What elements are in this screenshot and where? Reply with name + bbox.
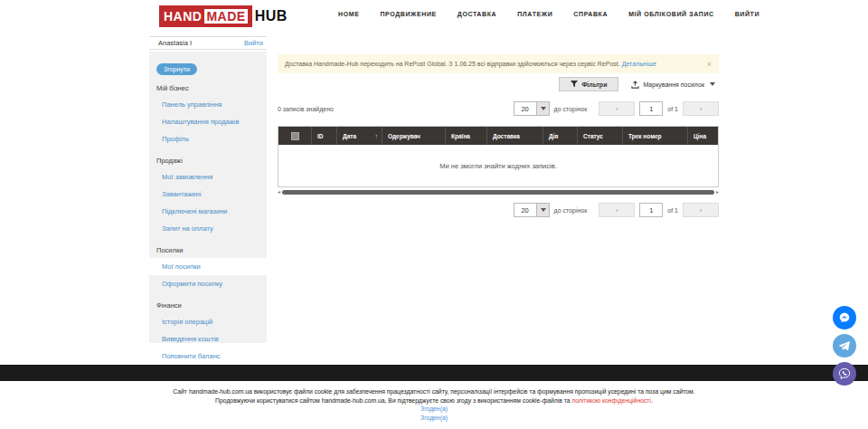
cookie-line2: Продовжуючи користуватися сайтом handmad… bbox=[0, 396, 868, 405]
messenger-icon[interactable] bbox=[833, 306, 856, 329]
filters-label: Фільтри bbox=[581, 81, 607, 88]
col-date[interactable]: Дата↑ bbox=[336, 127, 382, 145]
horizontal-scrollbar: ◂ ▸ bbox=[278, 189, 719, 195]
sidebar-item-create-parcel[interactable]: Оформити посилку bbox=[149, 275, 267, 292]
prev-page-button[interactable]: ‹ bbox=[599, 101, 635, 116]
page-input-bottom[interactable]: 1 bbox=[639, 203, 663, 217]
banner-details-link[interactable]: Детальніше bbox=[622, 61, 656, 67]
per-page-label-bottom: до сторінок bbox=[554, 207, 588, 214]
cookie-line2-text: Продовжуючи користуватися сайтом handmad… bbox=[215, 397, 571, 404]
sidebar-item-profile[interactable]: Профіль bbox=[149, 130, 267, 148]
col-id[interactable]: ID bbox=[311, 127, 336, 145]
agree-link-1[interactable]: Згоден(а) bbox=[420, 405, 448, 412]
per-page-value-bottom: 20 bbox=[514, 204, 536, 216]
col-status[interactable]: Статус bbox=[577, 127, 622, 145]
empty-message: Ми не змогли знайти жодних записів. bbox=[439, 162, 556, 170]
sidebar-section-parcels: Посилки bbox=[149, 237, 267, 258]
sidebar-item-sales-settings[interactable]: Налаштування продажів bbox=[149, 113, 267, 130]
close-icon[interactable]: × bbox=[707, 60, 712, 69]
per-page-value: 20 bbox=[514, 102, 536, 115]
nav-my-account[interactable]: МІЙ ОБЛІКОВИЙ ЗАПИС bbox=[628, 11, 714, 17]
table-body: Ми не змогли знайти жодних записів. bbox=[278, 145, 718, 186]
pagination-top: 20 до сторінок ‹ 1 of 1 › bbox=[514, 101, 719, 116]
nav-home[interactable]: HOME bbox=[338, 11, 359, 17]
main-nav: HOME ПРОДВИЖЕНИЕ ДОСТАВКА ПЛАТЕЖИ СПРАВК… bbox=[338, 11, 760, 17]
sidebar-item-my-parcels[interactable]: Мої посилки bbox=[149, 258, 267, 275]
results-row-top: 0 записів знайдено 20 до сторінок ‹ 1 of… bbox=[278, 101, 719, 116]
sidebar-item-top-up[interactable]: Поповнити баланс bbox=[149, 348, 267, 365]
nav-promotion[interactable]: ПРОДВИЖЕНИЕ bbox=[380, 11, 436, 17]
col-date-label: Дата bbox=[343, 133, 356, 139]
logo-hub: HUB bbox=[255, 8, 288, 24]
scroll-left-icon[interactable]: ◂ bbox=[278, 189, 280, 195]
sidebar-section-sales: Продажі bbox=[149, 148, 267, 168]
marking-label: Маркування посилок bbox=[643, 81, 704, 88]
cookie-line1: Сайт handmade-hub.com.ua використовує фа… bbox=[0, 387, 868, 396]
col-country[interactable]: Країна bbox=[445, 127, 486, 145]
next-page-button-bottom[interactable]: › bbox=[683, 203, 719, 217]
page: HANDMADE HUB HOME ПРОДВИЖЕНИЕ ДОСТАВКА П… bbox=[0, 0, 868, 429]
nav-logout[interactable]: ВИЙТИ bbox=[735, 11, 760, 17]
cookie-line2-period: . bbox=[651, 397, 653, 404]
page-input[interactable]: 1 bbox=[639, 101, 663, 116]
sidebar-item-my-orders[interactable]: Мої замовлення bbox=[149, 168, 267, 186]
col-price[interactable]: Ціна bbox=[687, 127, 718, 145]
logo-made: MADE bbox=[204, 9, 247, 24]
page-of-label-bottom: of 1 bbox=[667, 207, 678, 214]
select-arrow-icon bbox=[536, 102, 549, 115]
logo-red-box: HANDMADE bbox=[159, 5, 252, 27]
floating-social-buttons bbox=[833, 306, 856, 390]
privacy-policy-link[interactable]: політикою конфіденційності bbox=[572, 397, 651, 404]
user-row: Anastasia I Вийти bbox=[149, 36, 267, 50]
parcels-table: ID Дата↑ Одержувач Країна Доставка Дія С… bbox=[278, 126, 719, 187]
repost-notice-banner: Доставка Handmade-Hub переходить на RePo… bbox=[278, 54, 719, 73]
sidebar-item-payment-request[interactable]: Запит на оплату bbox=[149, 220, 267, 237]
pagination-bottom: 20 до сторінок ‹ 1 of 1 › bbox=[514, 203, 719, 217]
parcel-marking-button[interactable]: Маркування посилок bbox=[627, 78, 719, 91]
footer-divider-bar bbox=[0, 365, 868, 381]
sidebar-section-my-business: Мій бізнес bbox=[149, 75, 267, 96]
viber-icon[interactable] bbox=[833, 362, 856, 386]
logout-link[interactable]: Вийти bbox=[244, 39, 263, 47]
sidebar-item-withdraw[interactable]: Виведення коштів bbox=[149, 330, 267, 348]
per-page-label: до сторінок bbox=[554, 106, 588, 112]
sidebar: Згорнути Мій бізнес Панель управління На… bbox=[149, 52, 267, 343]
agree-link-2[interactable]: Згоден(а) bbox=[420, 415, 448, 421]
results-row-bottom: 20 до сторінок ‹ 1 of 1 › bbox=[278, 203, 719, 217]
handmade-hub-logo[interactable]: HANDMADE HUB bbox=[159, 5, 288, 27]
col-delivery[interactable]: Доставка bbox=[486, 127, 542, 145]
nav-payments[interactable]: ПЛАТЕЖИ bbox=[517, 11, 552, 17]
collapse-button[interactable]: Згорнути bbox=[156, 63, 197, 75]
select-arrow-icon-bottom bbox=[536, 204, 549, 216]
nav-help[interactable]: СПРАВКА bbox=[573, 11, 608, 17]
chevron-down-icon bbox=[710, 82, 715, 86]
toolbar: Фільтри Маркування посилок bbox=[559, 77, 719, 91]
upload-icon bbox=[631, 81, 639, 89]
col-recipient[interactable]: Одержувач bbox=[382, 127, 445, 145]
select-all-cell bbox=[278, 127, 311, 145]
sidebar-item-dashboard[interactable]: Панель управління bbox=[149, 96, 267, 113]
per-page-select[interactable]: 20 bbox=[514, 101, 550, 116]
table-header: ID Дата↑ Одержувач Країна Доставка Дія С… bbox=[278, 127, 718, 145]
next-page-button[interactable]: › bbox=[683, 101, 719, 116]
col-action[interactable]: Дія bbox=[542, 127, 577, 145]
sidebar-item-connected-shops[interactable]: Підключені магазини bbox=[149, 203, 267, 220]
prev-page-button-bottom[interactable]: ‹ bbox=[599, 203, 635, 217]
per-page-select-bottom[interactable]: 20 bbox=[514, 203, 550, 217]
sidebar-item-uploaded[interactable]: Завантажені bbox=[149, 186, 267, 203]
telegram-icon[interactable] bbox=[833, 334, 856, 358]
select-all-checkbox[interactable] bbox=[291, 132, 299, 140]
page-of-label: of 1 bbox=[667, 106, 678, 112]
top-header: HANDMADE HUB HOME ПРОДВИЖЕНИЕ ДОСТАВКА П… bbox=[0, 0, 868, 34]
sidebar-item-operations-history[interactable]: Історія операцій bbox=[149, 313, 267, 330]
scroll-right-icon[interactable]: ▸ bbox=[716, 189, 719, 195]
sort-asc-icon: ↑ bbox=[375, 133, 379, 139]
user-name: Anastasia I bbox=[158, 39, 192, 47]
logo-hand: HAND bbox=[164, 9, 204, 24]
cookie-footer: Сайт handmade-hub.com.ua використовує фа… bbox=[0, 387, 868, 422]
scrollbar-thumb[interactable] bbox=[282, 190, 714, 195]
sidebar-section-finance: Фінанси bbox=[149, 292, 267, 313]
nav-delivery[interactable]: ДОСТАВКА bbox=[458, 11, 496, 17]
col-track-number[interactable]: Трек номер bbox=[622, 127, 687, 145]
filters-button[interactable]: Фільтри bbox=[559, 77, 618, 91]
